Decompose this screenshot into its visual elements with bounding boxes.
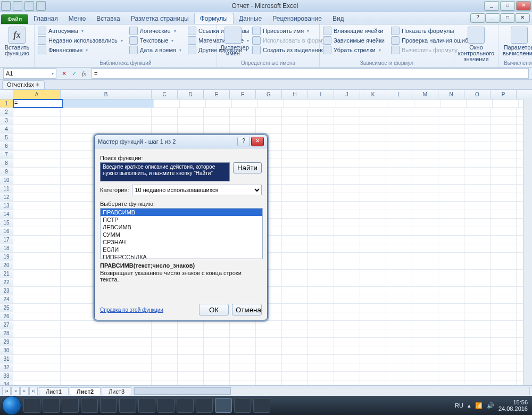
cell-A24[interactable]	[13, 295, 61, 303]
cell-G3[interactable]	[256, 117, 282, 124]
cell-O13[interactable]	[464, 202, 491, 210]
cell-D3[interactable]	[178, 117, 204, 124]
cell-H21[interactable]	[282, 270, 308, 278]
cell-A1[interactable]: =	[13, 99, 63, 107]
cell-C32[interactable]	[152, 363, 178, 371]
dialog-titlebar[interactable]: Мастер функций - шаг 1 из 2 ? ✕	[95, 135, 267, 148]
cell-A18[interactable]	[13, 244, 61, 252]
cell-A22[interactable]	[13, 278, 61, 286]
cell-F31[interactable]	[230, 355, 256, 363]
cell-F4[interactable]	[230, 125, 256, 133]
cell-P15[interactable]	[491, 219, 517, 227]
cell-N19[interactable]	[438, 253, 464, 261]
maximize-button[interactable]: □	[500, 1, 515, 11]
cell-G31[interactable]	[256, 355, 282, 363]
cell-K31[interactable]	[360, 355, 386, 363]
function-item[interactable]: ЕСЛИ	[101, 246, 262, 253]
cell-K26[interactable]	[360, 312, 386, 320]
cell-A29[interactable]	[13, 338, 61, 346]
cell-A25[interactable]	[13, 304, 61, 312]
cell-I11[interactable]	[308, 185, 334, 193]
cell-M9[interactable]	[412, 168, 438, 176]
cell-K9[interactable]	[360, 168, 386, 176]
autosum-button[interactable]: Автосумма▾	[38, 27, 123, 35]
cell-I17[interactable]	[308, 236, 334, 244]
cell-P6[interactable]	[491, 142, 517, 150]
cell-H2[interactable]	[282, 108, 308, 116]
cell-O24[interactable]	[464, 295, 491, 303]
cell-L18[interactable]	[386, 244, 412, 252]
cell-H18[interactable]	[282, 244, 308, 252]
row-header-27[interactable]: 27	[0, 321, 13, 329]
cell-L2[interactable]	[386, 108, 412, 116]
cell-K16[interactable]	[360, 227, 386, 235]
tab-view[interactable]: Вид	[327, 13, 350, 24]
cell-A12[interactable]	[13, 193, 61, 201]
cell-A6[interactable]	[13, 142, 61, 150]
cell-O29[interactable]	[464, 338, 491, 346]
cell-H5[interactable]	[282, 134, 308, 142]
cell-P17[interactable]	[491, 236, 517, 244]
cell-E30[interactable]	[204, 346, 230, 354]
cell-H30[interactable]	[282, 346, 308, 354]
cell-N3[interactable]	[438, 117, 464, 124]
cell-N1[interactable]	[440, 99, 467, 107]
cell-H25[interactable]	[282, 304, 308, 312]
cell-K10[interactable]	[360, 176, 386, 184]
cell-J8[interactable]	[334, 159, 360, 167]
row-header-28[interactable]: 28	[0, 329, 13, 337]
row-header-12[interactable]: 12	[0, 193, 13, 201]
cell-O22[interactable]	[464, 278, 491, 286]
cell-D1[interactable]	[180, 99, 206, 107]
cell-P7[interactable]	[491, 151, 517, 159]
horizontal-scrollbar[interactable]	[134, 387, 530, 395]
cell-J22[interactable]	[334, 278, 360, 286]
taskbar-app-vk[interactable]	[119, 398, 136, 413]
cell-J31[interactable]	[334, 355, 360, 363]
col-header-H[interactable]: H	[282, 90, 308, 99]
cell-J27[interactable]	[334, 321, 360, 329]
cell-F34[interactable]	[230, 380, 256, 386]
cell-K30[interactable]	[360, 346, 386, 354]
tab-review[interactable]: Рецензирование	[267, 13, 327, 24]
cell-P13[interactable]	[491, 202, 517, 210]
cell-M17[interactable]	[412, 236, 438, 244]
cell-I4[interactable]	[308, 125, 334, 133]
cell-P29[interactable]	[491, 338, 517, 346]
cell-I3[interactable]	[308, 117, 334, 124]
row-header-29[interactable]: 29	[0, 338, 13, 346]
row-header-5[interactable]: 5	[0, 134, 13, 142]
cell-P33[interactable]	[491, 372, 517, 380]
cell-M11[interactable]	[412, 185, 438, 193]
cell-J19[interactable]	[334, 253, 360, 261]
cell-L16[interactable]	[386, 227, 412, 235]
cell-H27[interactable]	[282, 321, 308, 329]
cell-J29[interactable]	[334, 338, 360, 346]
cell-A21[interactable]	[13, 270, 61, 278]
cell-O28[interactable]	[464, 329, 491, 337]
clock[interactable]: 15:56 24.08.2016	[498, 399, 528, 412]
cell-M24[interactable]	[412, 295, 438, 303]
workbook-tab[interactable]: Отчет.xlsx✶	[2, 80, 45, 89]
cell-P23[interactable]	[491, 287, 517, 295]
cell-O1[interactable]	[467, 99, 493, 107]
cell-I22[interactable]	[308, 278, 334, 286]
cell-H7[interactable]	[282, 151, 308, 159]
cell-I20[interactable]	[308, 261, 334, 269]
cell-A15[interactable]	[13, 219, 61, 227]
category-select[interactable]: 10 недавно использовавшихся	[132, 185, 262, 195]
cell-A32[interactable]	[13, 363, 61, 371]
trace-precedents-button[interactable]: Влияющие ячейки	[323, 27, 385, 35]
cell-P18[interactable]	[491, 244, 517, 252]
cell-G32[interactable]	[256, 363, 282, 371]
cell-G1[interactable]	[258, 99, 284, 107]
cell-J23[interactable]	[334, 287, 360, 295]
cell-P26[interactable]	[491, 312, 517, 320]
cell-N28[interactable]	[438, 329, 464, 337]
cell-F28[interactable]	[230, 329, 256, 337]
cell-N12[interactable]	[438, 193, 464, 201]
cell-I27[interactable]	[308, 321, 334, 329]
cell-L22[interactable]	[386, 278, 412, 286]
workbook-minimize-button[interactable]: _	[485, 13, 500, 23]
cell-I33[interactable]	[308, 372, 334, 380]
